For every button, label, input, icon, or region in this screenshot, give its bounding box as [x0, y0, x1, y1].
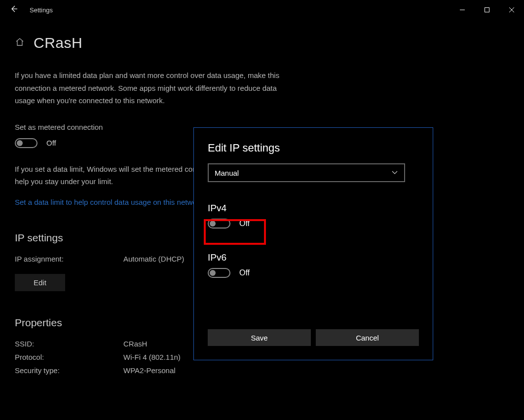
ipv6-label: IPv6 — [208, 252, 419, 263]
ipv4-label: IPv4 — [208, 203, 419, 214]
ip-assignment-value: Automatic (DHCP) — [123, 255, 184, 263]
property-value: CRasH — [123, 340, 147, 348]
property-key: Protocol: — [15, 353, 123, 361]
minimize-button[interactable] — [450, 0, 475, 20]
edit-ip-dialog: Edit IP settings Manual IPv4 Off IPv6 Of… — [193, 127, 433, 360]
property-value: Wi-Fi 4 (802.11n) — [123, 353, 181, 361]
metered-description: If you have a limited data plan and want… — [15, 69, 291, 107]
window-controls — [450, 0, 524, 20]
ip-mode-dropdown[interactable]: Manual — [208, 163, 405, 182]
property-value: WPA2-Personal — [123, 366, 176, 375]
property-key: SSID: — [15, 340, 123, 348]
maximize-button[interactable] — [475, 0, 499, 20]
ipv6-state: Off — [239, 268, 250, 277]
dialog-title: Edit IP settings — [208, 142, 419, 154]
ipv6-toggle-row: Off — [208, 268, 419, 278]
metered-state: Off — [46, 139, 56, 147]
svg-rect-0 — [485, 8, 489, 12]
property-key: Security type: — [15, 366, 123, 375]
close-button[interactable] — [499, 0, 524, 20]
property-row: Security type: WPA2-Personal — [15, 366, 509, 375]
ip-assignment-key: IP assignment: — [15, 255, 123, 263]
metered-toggle[interactable] — [15, 138, 37, 148]
chevron-down-icon — [391, 169, 398, 177]
edit-button[interactable]: Edit — [15, 274, 65, 291]
page-header: CRasH — [15, 35, 509, 51]
home-icon[interactable] — [15, 37, 25, 49]
ipv4-state: Off — [239, 219, 250, 228]
ipv4-toggle[interactable] — [208, 219, 230, 229]
page-title: CRasH — [34, 35, 82, 51]
titlebar: Settings — [0, 0, 524, 20]
ipv4-toggle-row: Off — [208, 219, 419, 229]
dialog-buttons: Save Cancel — [208, 329, 419, 346]
ipv6-toggle[interactable] — [208, 268, 230, 278]
cancel-button[interactable]: Cancel — [316, 329, 419, 346]
save-button[interactable]: Save — [208, 329, 311, 346]
titlebar-left: Settings — [0, 5, 53, 15]
app-title: Settings — [30, 6, 53, 14]
back-icon[interactable] — [10, 5, 18, 15]
dropdown-value: Manual — [215, 169, 239, 177]
